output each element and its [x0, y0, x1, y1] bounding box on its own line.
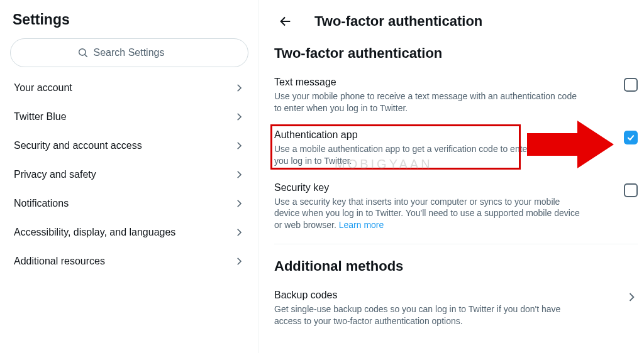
sidebar-item-twitter-blue[interactable]: Twitter Blue	[5, 102, 253, 131]
option-text-message[interactable]: Text message Use your mobile phone to re…	[274, 70, 638, 123]
sidebar-item-security[interactable]: Security and account access	[5, 131, 253, 160]
option-desc: Get single-use backup codes so you can l…	[274, 303, 613, 327]
chevron-right-icon	[233, 227, 245, 238]
section-title-2fa: Two-factor authentication	[274, 41, 638, 70]
sidebar-item-additional-resources[interactable]: Additional resources	[5, 247, 253, 276]
chevron-right-icon	[233, 256, 245, 267]
option-desc: Use your mobile phone to receive a text …	[274, 90, 611, 114]
arrow-left-icon	[279, 14, 292, 28]
search-input[interactable]	[94, 47, 182, 58]
check-icon	[626, 133, 635, 142]
option-label: Backup codes	[274, 290, 613, 303]
sidebar-item-label: Notifications	[14, 198, 69, 209]
option-backup-codes[interactable]: Backup codes Get single-use backup codes…	[274, 283, 638, 336]
checkbox-security-key[interactable]	[624, 183, 638, 197]
sidebar-item-label: Additional resources	[14, 256, 105, 267]
chevron-right-icon	[233, 169, 245, 180]
chevron-right-icon	[233, 140, 245, 151]
svg-point-0	[79, 49, 86, 56]
sidebar-item-label: Accessibility, display, and languages	[14, 227, 175, 238]
chevron-right-icon	[233, 111, 245, 122]
option-label: Authentication app	[274, 129, 611, 143]
sidebar-item-your-account[interactable]: Your account	[5, 73, 253, 102]
search-wrap	[5, 38, 253, 73]
checkbox-authentication-app[interactable]	[624, 131, 638, 144]
option-authentication-app[interactable]: Authentication app Use a mobile authenti…	[274, 123, 638, 176]
sidebar-item-label: Your account	[14, 82, 72, 94]
sidebar-item-privacy[interactable]: Privacy and safety	[5, 160, 253, 189]
option-desc: Use a mobile authentication app to get a…	[274, 143, 611, 167]
main-panel: Two-factor authentication Two-factor aut…	[259, 0, 644, 353]
option-security-key[interactable]: Security key Use a security key that ins…	[274, 176, 638, 241]
page-title: Two-factor authentication	[314, 13, 482, 30]
svg-line-1	[84, 55, 87, 57]
sidebar-item-notifications[interactable]: Notifications	[5, 189, 253, 218]
main-header: Two-factor authentication	[274, 5, 638, 41]
option-desc: Use a security key that inserts into you…	[274, 196, 611, 232]
sidebar-item-label: Twitter Blue	[14, 111, 67, 122]
learn-more-link[interactable]: Learn more	[339, 220, 384, 230]
chevron-right-icon	[625, 291, 638, 303]
sidebar-item-label: Security and account access	[14, 140, 142, 151]
section-title-additional: Additional methods	[274, 244, 638, 283]
back-button[interactable]	[274, 10, 297, 33]
option-desc-text: Use a security key that inserts into you…	[274, 197, 580, 231]
option-label: Text message	[274, 77, 611, 90]
search-icon	[77, 47, 89, 58]
sidebar-title: Settings	[5, 8, 253, 38]
sidebar-item-accessibility[interactable]: Accessibility, display, and languages	[5, 218, 253, 247]
chevron-right-icon	[233, 82, 245, 94]
sidebar-item-label: Privacy and safety	[14, 169, 96, 180]
chevron-right-icon	[233, 198, 245, 209]
checkbox-text-message[interactable]	[624, 78, 638, 92]
search-settings[interactable]	[10, 38, 248, 67]
option-label: Security key	[274, 182, 611, 196]
settings-sidebar: Settings Your account Twitter Blue Secur…	[0, 0, 259, 353]
